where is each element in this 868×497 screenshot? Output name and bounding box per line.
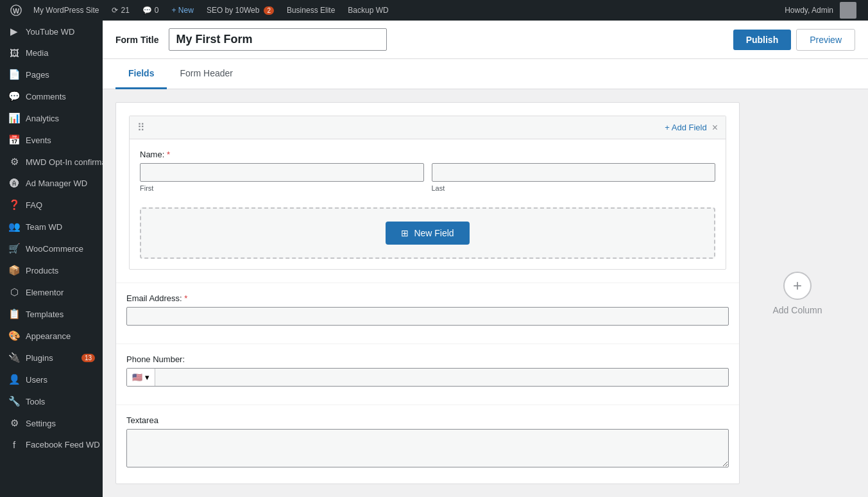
menu-icon-templates: 📋 [8, 308, 21, 320]
sidebar-item-users[interactable]: 👤 Users [0, 369, 103, 390]
menu-icon-mwd-opt-in: ⚙ [8, 156, 21, 168]
phone-input[interactable] [155, 369, 728, 386]
sidebar-item-youtube-wd[interactable]: ▶ YouTube WD [0, 21, 103, 42]
site-name[interactable]: My WordPress Site [27, 0, 105, 21]
sidebar-item-woocommerce[interactable]: 🛒 WooCommerce [0, 238, 103, 259]
sidebar-item-plugins[interactable]: 🔌 Plugins 13 [0, 347, 103, 369]
menu-icon-ad-manager: 🅐 [8, 178, 21, 189]
sidebar-item-media[interactable]: 🖼 Media [0, 42, 103, 64]
field-group-name: ⠿ + Add Field × Name: * [129, 116, 726, 270]
menu-icon-products: 📦 [8, 265, 21, 276]
phone-field-section: Phone Number: 🇺🇸 ▾ [116, 344, 739, 397]
backup-wd[interactable]: Backup WD [341, 0, 395, 21]
menu-label-appearance: Appearance [26, 331, 71, 341]
sidebar-item-mwd-opt-in[interactable]: ⚙ MWD Opt-In confirmation [0, 151, 103, 173]
sidebar-item-settings[interactable]: ⚙ Settings [0, 412, 103, 434]
updates-count[interactable]: ⟳ 21 [105, 0, 135, 21]
email-required-indicator: * [184, 293, 187, 303]
add-field-button[interactable]: + Add Field [665, 123, 706, 132]
menu-icon-analytics: 📊 [8, 112, 21, 124]
form-title-input[interactable] [169, 28, 387, 51]
sidebar-item-analytics[interactable]: 📊 Analytics [0, 107, 103, 129]
phone-field-label: Phone Number: [126, 354, 729, 364]
sidebar-item-products[interactable]: 📦 Products [0, 259, 103, 281]
main-content: Form Title Publish Preview Fields Form H… [103, 21, 868, 497]
textarea-field-section: Textarea [116, 405, 739, 480]
menu-label-tools: Tools [26, 397, 45, 406]
add-column-plus-icon: + [793, 277, 802, 295]
menu-label-plugins: Plugins [26, 353, 53, 363]
wp-logo[interactable]: W [5, 0, 27, 21]
phone-flag-selector[interactable]: 🇺🇸 ▾ [127, 369, 155, 386]
tab-fields[interactable]: Fields [115, 59, 167, 89]
business-elite[interactable]: Business Elite [280, 0, 341, 21]
menu-label-team-wd: Team WD [26, 222, 62, 232]
name-field-label: Name: * [140, 150, 715, 159]
menu-label-media: Media [26, 48, 48, 58]
menu-label-products: Products [26, 266, 58, 275]
email-input[interactable] [126, 307, 729, 326]
comments-link[interactable]: 💬 0 [136, 0, 166, 21]
sidebar-item-pages[interactable]: 📄 Pages [0, 64, 103, 85]
field-group-toolbar: ⠿ + Add Field × [130, 116, 726, 139]
seo-badge: 2 [264, 6, 274, 15]
add-column-panel: + Add Column [740, 102, 855, 484]
drag-handle-icon[interactable]: ⠿ [137, 121, 145, 134]
new-field-button[interactable]: ⊞ New Field [386, 222, 469, 245]
new-field-label: New Field [414, 228, 454, 238]
sidebar-item-faq[interactable]: ❓ FAQ [0, 194, 103, 216]
svg-text:W: W [13, 7, 20, 15]
name-inputs-row: First Last [140, 163, 715, 192]
sidebar-item-comments[interactable]: 💬 Comments [0, 85, 103, 107]
sidebar-item-elementor[interactable]: ⬡ Elementor [0, 281, 103, 303]
sidebar-item-team-wd[interactable]: 👥 Team WD [0, 216, 103, 238]
menu-icon-plugins: 🔌 [8, 352, 21, 363]
menu-icon-woocommerce: 🛒 [8, 243, 21, 254]
menu-label-facebook-feed: Facebook Feed WD [26, 440, 100, 449]
menu-label-youtube-wd: YouTube WD [26, 27, 74, 37]
first-name-input[interactable] [140, 163, 424, 182]
publish-button[interactable]: Publish [733, 30, 792, 50]
form-builder-header: Form Title Publish Preview [103, 21, 868, 59]
menu-label-woocommerce: WooCommerce [26, 244, 83, 254]
form-canvas: ⠿ + Add Field × Name: * [115, 102, 740, 484]
menu-icon-pages: 📄 [8, 69, 21, 80]
menu-icon-tools: 🔧 [8, 396, 21, 407]
menu-icon-faq: ❓ [8, 199, 21, 211]
flag-emoji: 🇺🇸 [132, 372, 142, 382]
menu-label-events: Events [26, 135, 51, 145]
sidebar-item-ad-manager[interactable]: 🅐 Ad Manager WD [0, 173, 103, 194]
first-name-sublabel: First [140, 184, 424, 192]
preview-button[interactable]: Preview [796, 29, 855, 51]
menu-label-faq: FAQ [26, 200, 42, 210]
sidebar-item-events[interactable]: 📅 Events [0, 129, 103, 151]
add-column-label: Add Column [772, 305, 822, 315]
last-name-sublabel: Last [432, 184, 716, 192]
form-builder-body: ⠿ + Add Field × Name: * [103, 89, 868, 497]
sidebar-item-tools[interactable]: 🔧 Tools [0, 390, 103, 412]
sidebar-item-templates[interactable]: 📋 Templates [0, 303, 103, 325]
menu-label-templates: Templates [26, 310, 64, 319]
sidebar-item-appearance[interactable]: 🎨 Appearance [0, 325, 103, 347]
sidebar-item-facebook-feed[interactable]: f Facebook Feed WD [0, 434, 103, 455]
add-column-button[interactable]: + [783, 272, 812, 300]
user-greeting[interactable]: Howdy, Admin [778, 0, 863, 21]
tab-form-header[interactable]: Form Header [167, 59, 245, 89]
avatar [840, 2, 856, 19]
new-field-icon: ⊞ [401, 228, 409, 238]
admin-sidebar: ▶ YouTube WD 🖼 Media 📄 Pages 💬 Comments … [0, 21, 103, 497]
admin-bar: W My WordPress Site ⟳ 21 💬 0 + New SEO b… [0, 0, 868, 21]
textarea-field-label: Textarea [126, 415, 729, 425]
drop-zone: ⊞ New Field [140, 207, 715, 259]
badge-plugins: 13 [81, 354, 95, 362]
close-field-group-button[interactable]: × [712, 122, 718, 134]
new-content-button[interactable]: + New [166, 0, 200, 21]
menu-icon-team-wd: 👥 [8, 221, 21, 232]
form-title-label: Form Title [115, 35, 158, 45]
last-name-input[interactable] [432, 163, 716, 182]
seo-plugin[interactable]: SEO by 10Web 2 [200, 0, 280, 21]
menu-icon-comments: 💬 [8, 91, 21, 102]
email-field-section: Email Address: * [116, 283, 739, 336]
textarea-input[interactable] [126, 429, 729, 467]
menu-icon-events: 📅 [8, 134, 21, 146]
